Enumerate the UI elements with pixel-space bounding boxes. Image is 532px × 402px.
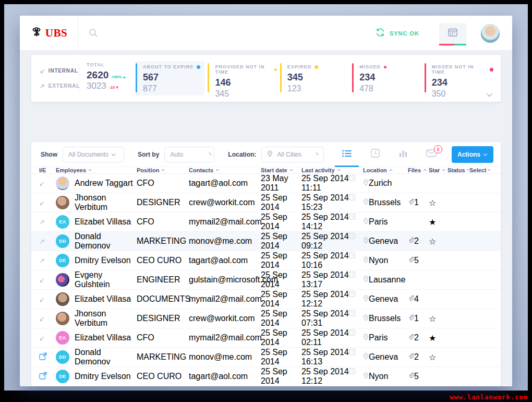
calendar-button[interactable]: [439, 23, 466, 44]
star-outline-icon[interactable]: ☆: [429, 237, 436, 246]
sort-select[interactable]: Auto: [164, 147, 214, 162]
column-header-location[interactable]: Location: [363, 167, 408, 173]
table-row[interactable]: ↙Elizabet VillasaDOCUMENTSmymail2@mail.c…: [31, 290, 501, 309]
show-select[interactable]: All Documents: [63, 147, 124, 162]
stat-card-label: MISSED NOT IN TIME: [432, 64, 493, 75]
column-header-last-activity[interactable]: Last activity: [301, 167, 363, 173]
column-header-status[interactable]: Status: [448, 167, 469, 173]
location-select[interactable]: All Cities: [261, 147, 324, 162]
avatar[interactable]: DD: [56, 234, 69, 248]
column-header-position[interactable]: Position: [137, 167, 189, 173]
clock-icon: [349, 193, 355, 202]
star-outline-icon[interactable]: ☆: [429, 353, 436, 362]
stat-card-missed[interactable]: MISSED234478: [352, 61, 421, 96]
stat-card-missed-not-in-time[interactable]: MISSED NOT IN TIME234350: [425, 61, 493, 96]
table-row[interactable]: ↙Evgeny GulshteinENGINEERgulstain@micros…: [31, 270, 501, 290]
avatar[interactable]: EA: [56, 331, 69, 345]
pin-icon: [363, 333, 369, 342]
internal-external-legend: ↙ INTERNAL ↗ EXTERNAL: [31, 63, 79, 93]
external-link-icon[interactable]: [39, 372, 47, 381]
column-header-label: Status: [448, 167, 465, 173]
stat-card-label: MISSED: [359, 64, 421, 69]
avatar[interactable]: [56, 196, 69, 209]
column-header-employees[interactable]: Employees: [56, 167, 137, 173]
avatar[interactable]: [56, 292, 69, 306]
view-chart-button[interactable]: [389, 142, 417, 167]
ie-cell: ↙: [39, 333, 56, 342]
avatar[interactable]: DD: [56, 350, 69, 364]
table-row[interactable]: ↙EAElizabet VillasaCFOmymail2@mail.com25…: [31, 328, 501, 348]
external-link-icon[interactable]: [39, 353, 47, 362]
avatar[interactable]: DE: [56, 254, 69, 267]
clock-icon: [349, 212, 355, 221]
actions-button[interactable]: Actions: [452, 146, 493, 163]
files-count: 2: [414, 333, 419, 342]
stat-card-provided-not-in-time[interactable]: PROVIDED NOT IN TIME146345: [208, 61, 276, 96]
column-header-start-date[interactable]: Start date: [261, 167, 301, 173]
external-arrow-icon: ↗: [39, 238, 45, 245]
files-count: 4: [414, 294, 419, 303]
external-label: EXTERNAL: [49, 83, 80, 89]
column-header-files[interactable]: Files: [408, 167, 429, 173]
stat-card-about-to-expire[interactable]: ABOUT TO EXPIRE567877: [136, 61, 204, 96]
stat-card-dot-icon: [315, 65, 318, 69]
start-date-cell: 25 Sep 2014: [261, 348, 301, 366]
files-count: 2: [414, 352, 419, 361]
user-avatar[interactable]: [481, 24, 500, 43]
table-row[interactable]: ↗EAElizabet VillasaCFOmymail2@mail.com25…: [31, 212, 501, 232]
stat-card-expired[interactable]: EXPIRED345123: [280, 61, 349, 96]
last-activity-date: 25 Sep 2014: [301, 251, 349, 260]
stats-expand-chevron-icon[interactable]: [488, 89, 492, 99]
table-body: ↙Andrew TaggartCFOtagart@aol.com23 May 2…: [31, 174, 501, 386]
table-row[interactable]: ↙Jhonson VerbitumDESIGNERcrew@workit.com…: [31, 193, 501, 212]
avatar[interactable]: [56, 312, 69, 325]
employee-name: Elizabet Villasa: [75, 333, 131, 342]
star-filled-icon[interactable]: ★: [429, 218, 436, 227]
files-cell: 5: [408, 256, 429, 265]
start-date-cell: 25 Sep 2014: [261, 193, 301, 212]
employee-cell: Andrew Taggart: [56, 176, 137, 190]
calendar-indicator-bar: [439, 44, 466, 45]
view-schedule-button[interactable]: [361, 142, 389, 167]
column-header-star[interactable]: Star: [429, 167, 448, 173]
sort-up-icon: [442, 169, 445, 172]
table-row[interactable]: ↙Andrew TaggartCFOtagart@aol.com23 May 2…: [31, 174, 501, 193]
internal-arrow-icon: ↙: [39, 276, 45, 284]
last-activity-cell: 25 Sep 201409:12: [301, 232, 363, 251]
stat-card-label: ABOUT TO EXPIRE: [143, 64, 204, 69]
external-legend[interactable]: ↗ EXTERNAL: [40, 82, 79, 90]
avatar[interactable]: [56, 273, 69, 287]
search-icon[interactable]: [89, 28, 98, 40]
internal-arrow-icon: ↙: [39, 180, 45, 187]
table-row[interactable]: DEDmitry EvelsonCEO CUROtagart@aol.com25…: [31, 367, 501, 386]
messages-button[interactable]: 2: [417, 142, 445, 167]
stat-card-value-secondary: 350: [432, 89, 493, 99]
table-row[interactable]: ↗DDDonald DemonovMARKETINGmonov@me.com25…: [31, 232, 501, 251]
clock-icon: [349, 290, 355, 299]
paperclip-icon: [408, 294, 414, 303]
sort-up-icon: [424, 169, 427, 172]
clock-icon: [349, 251, 355, 260]
table-row[interactable]: ↗DEDmitry EvelsonCEO CUROtagart@aol.com2…: [31, 251, 501, 270]
table-row[interactable]: ↙Jhonson VerbitumDESIGNERcrew@workit.com…: [31, 309, 501, 328]
table-row[interactable]: DDDonald DemonovMARKETINGmonov@me.com25 …: [31, 348, 501, 367]
column-header-select[interactable]: Select: [469, 167, 493, 173]
avatar[interactable]: DE: [56, 370, 69, 383]
star-filled-icon[interactable]: ★: [429, 334, 436, 342]
star-outline-icon[interactable]: ☆: [429, 314, 436, 323]
avatar[interactable]: EA: [56, 215, 69, 229]
star-cell: ★: [429, 333, 448, 343]
avatar[interactable]: [56, 176, 69, 190]
pin-icon: [363, 198, 369, 207]
ie-cell: ↗: [39, 256, 56, 265]
stat-card-dot-icon: [274, 68, 277, 71]
column-header-contacts[interactable]: Contacts: [189, 167, 261, 173]
sync-status[interactable]: SYNC OK: [375, 28, 419, 39]
external-arrow-icon: ↗: [39, 257, 45, 265]
view-list-button[interactable]: [333, 142, 361, 167]
star-outline-icon[interactable]: ☆: [429, 198, 436, 207]
internal-legend[interactable]: ↙ INTERNAL: [40, 67, 79, 75]
start-date-cell: 25 Sep 2014: [261, 270, 301, 289]
sort-up-icon: [290, 169, 293, 172]
pin-icon: [363, 294, 369, 303]
